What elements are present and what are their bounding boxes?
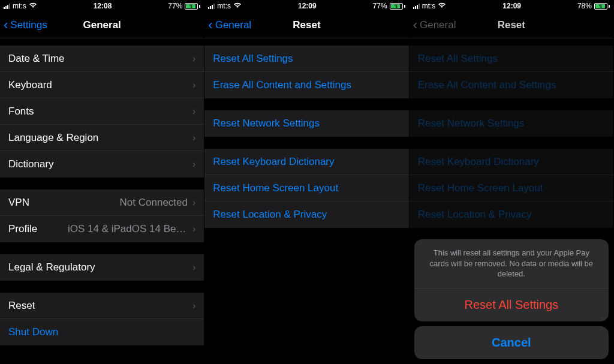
battery-icon: ↯	[185, 3, 200, 10]
row-reset-home-screen-layout: Reset Home Screen Layout	[410, 175, 613, 201]
row-reset-location-privacy: Reset Location & Privacy	[410, 201, 613, 228]
screen-general: mt:s 12:08 77% ↯ ‹ Settings General Date…	[0, 0, 204, 364]
back-button[interactable]: ‹ General	[208, 12, 251, 38]
row-reset-location-privacy[interactable]: Reset Location & Privacy	[204, 201, 408, 228]
row-vpn[interactable]: VPNNot Connected›	[0, 189, 204, 216]
signal-icon	[4, 3, 10, 9]
chevron-right-icon: ›	[192, 224, 195, 234]
clock: 12:09	[298, 2, 317, 10]
chevron-right-icon: ›	[192, 197, 195, 208]
chevron-right-icon: ›	[192, 106, 195, 117]
status-bar: mt:s 12:08 77% ↯	[0, 0, 204, 12]
battery-percent: 77%	[373, 2, 387, 10]
battery-icon: ↯	[390, 3, 405, 10]
back-label: General	[215, 19, 251, 31]
carrier-label: mt:s	[13, 2, 26, 10]
sheet-action-reset-all-settings[interactable]: Reset All Settings	[414, 288, 609, 321]
wifi-icon	[233, 2, 242, 10]
navbar: ‹ Settings General	[0, 12, 204, 38]
battery-percent: 77%	[168, 2, 182, 10]
row-legal-regulatory[interactable]: Legal & Regulatory›	[0, 254, 204, 281]
row-fonts[interactable]: Fonts›	[0, 98, 204, 125]
chevron-right-icon: ›	[192, 53, 195, 64]
back-button[interactable]: ‹ Settings	[4, 12, 47, 38]
action-sheet: This will reset all settings and your Ap…	[414, 239, 609, 359]
row-dictionary[interactable]: Dictionary›	[0, 151, 204, 178]
row-reset-keyboard-dictionary: Reset Keyboard Dictionary	[410, 149, 613, 175]
clock: 12:08	[94, 2, 112, 10]
navbar: ‹ General Reset	[204, 12, 408, 38]
screen-reset-confirm: mt:s 12:09 78% ↯ ‹ General Reset Reset A…	[410, 0, 614, 364]
chevron-right-icon: ›	[192, 80, 195, 91]
row-reset-keyboard-dictionary[interactable]: Reset Keyboard Dictionary	[204, 149, 408, 175]
row-keyboard[interactable]: Keyboard›	[0, 72, 204, 98]
row-language-region[interactable]: Language & Region›	[0, 125, 204, 151]
row-erase-all-content[interactable]: Erase All Content and Settings	[204, 72, 408, 98]
page-title: Reset	[498, 19, 525, 31]
clock: 12:09	[502, 2, 521, 10]
row-date-time[interactable]: Date & Time›	[0, 46, 204, 72]
page-title: General	[83, 19, 121, 31]
sheet-message: This will reset all settings and your Ap…	[414, 239, 609, 288]
sheet-cancel-button[interactable]: Cancel	[414, 326, 609, 359]
row-profile[interactable]: ProfileiOS 14 & iPadOS 14 Beta Softwar..…	[0, 216, 204, 242]
back-label: General	[420, 19, 456, 31]
signal-icon	[413, 3, 420, 9]
battery-percent: 78%	[577, 2, 592, 10]
row-reset-all-settings: Reset All Settings	[410, 46, 613, 72]
row-reset-all-settings[interactable]: Reset All Settings	[204, 46, 408, 72]
carrier-label: mt:s	[217, 2, 231, 10]
row-reset-home-screen-layout[interactable]: Reset Home Screen Layout	[204, 175, 408, 201]
settings-list: Date & Time› Keyboard› Fonts› Language &…	[0, 38, 204, 364]
reset-list: Reset All Settings Erase All Content and…	[204, 38, 408, 364]
row-reset[interactable]: Reset›	[0, 293, 204, 319]
row-shut-down[interactable]: Shut Down	[0, 319, 204, 345]
wifi-icon	[29, 2, 37, 10]
chevron-right-icon: ›	[192, 300, 195, 311]
chevron-right-icon: ›	[192, 133, 195, 143]
chevron-right-icon: ›	[192, 159, 195, 170]
battery-icon: ↯	[594, 3, 610, 10]
screen-reset: mt:s 12:09 77% ↯ ‹ General Reset Reset A…	[204, 0, 409, 364]
navbar: ‹ General Reset	[410, 12, 613, 38]
row-reset-network-settings[interactable]: Reset Network Settings	[204, 110, 408, 137]
status-bar: mt:s 12:09 77% ↯	[204, 0, 408, 12]
chevron-right-icon: ›	[192, 262, 195, 273]
row-erase-all-content: Erase All Content and Settings	[410, 72, 613, 98]
signal-icon	[208, 3, 215, 9]
row-reset-network-settings: Reset Network Settings	[410, 110, 613, 137]
wifi-icon	[438, 2, 446, 10]
back-label: Settings	[10, 19, 47, 31]
page-title: Reset	[293, 19, 320, 31]
carrier-label: mt:s	[422, 2, 436, 10]
status-bar: mt:s 12:09 78% ↯	[410, 0, 613, 12]
back-button: ‹ General	[413, 12, 456, 38]
